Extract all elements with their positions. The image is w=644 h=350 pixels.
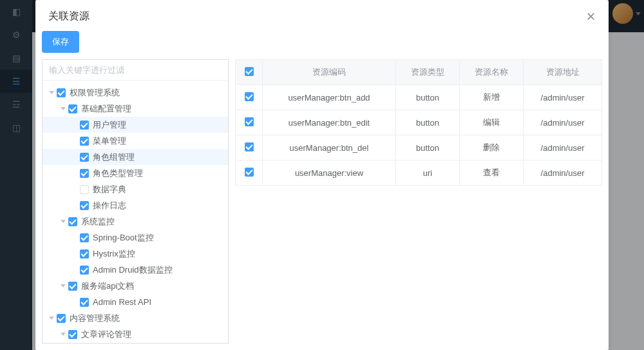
tree-node-label: Hystrix监控 — [93, 248, 135, 260]
row-checkbox[interactable] — [245, 168, 254, 177]
table-row: userManager:btn_addbutton新增/admin/user — [236, 85, 602, 110]
col-type: 资源类型 — [396, 60, 460, 85]
dialog-link-resource: 关联资源 ✕ 保存 权限管理系统基础配置管理用户管理菜单管理角色组管理角色类型管… — [35, 0, 609, 350]
cell-type: uri — [396, 160, 460, 186]
chevron-down-icon[interactable] — [61, 333, 66, 336]
row-checkbox[interactable] — [245, 142, 254, 151]
cell-name: 编辑 — [460, 110, 524, 135]
tree-node-label: 数据字典 — [93, 184, 126, 195]
tree-scroll[interactable]: 权限管理系统基础配置管理用户管理菜单管理角色组管理角色类型管理数据字典操作日志系… — [43, 81, 228, 343]
tree-node[interactable]: 系统监控 — [43, 213, 228, 229]
table-row: userManager:btn_delbutton删除/admin/user — [236, 135, 602, 160]
tree-node-label: 系统监控 — [81, 216, 115, 228]
table-row: userManager:btn_editbutton编辑/admin/user — [236, 110, 602, 135]
tree-node[interactable]: 文章评论管理 — [43, 326, 228, 342]
tree-node[interactable]: Spring-Boot监控 — [43, 229, 228, 246]
table-header-checkbox[interactable] — [245, 67, 254, 76]
tree-node[interactable]: Admin Rest API — [43, 294, 228, 310]
cell-name: 新增 — [460, 85, 524, 110]
row-checkbox[interactable] — [245, 117, 254, 126]
col-code: 资源编码 — [263, 60, 396, 85]
row-checkbox[interactable] — [245, 92, 254, 101]
tree-checkbox[interactable] — [68, 217, 77, 226]
tree-checkbox[interactable] — [80, 169, 89, 178]
cell-code: userManager:btn_del — [263, 135, 396, 160]
tree-checkbox[interactable] — [68, 104, 77, 113]
cell-url: /admin/user — [524, 135, 602, 160]
tree-node-label: 内容管理系统 — [70, 313, 120, 324]
tree-node-label: 基础配置管理 — [81, 103, 131, 115]
tree-node-label: 权限管理系统 — [70, 87, 120, 99]
tree-node[interactable]: Admin Druid数据监控 — [43, 262, 228, 278]
tree-checkbox[interactable] — [57, 314, 66, 323]
tree-node[interactable]: 服务端api文档 — [43, 278, 228, 294]
tree-node[interactable]: 内容管理系统 — [43, 310, 228, 326]
tree-filter-input[interactable] — [43, 60, 228, 81]
dialog-title: 关联资源 — [48, 10, 90, 23]
tree-checkbox[interactable] — [80, 153, 89, 162]
col-url: 资源地址 — [524, 60, 602, 85]
tree-node[interactable]: 文章管理 — [43, 342, 228, 343]
tree-node[interactable]: 基础配置管理 — [43, 101, 228, 117]
tree-node[interactable]: 权限管理系统 — [43, 84, 228, 101]
cell-code: userManager:view — [263, 160, 396, 186]
tree-checkbox[interactable] — [80, 185, 89, 194]
tree-checkbox[interactable] — [57, 88, 66, 97]
cell-url: /admin/user — [524, 160, 602, 186]
chevron-down-icon[interactable] — [61, 284, 66, 287]
tree-checkbox[interactable] — [80, 233, 89, 242]
save-button[interactable]: 保存 — [42, 31, 79, 53]
table-row: userManager:viewuri查看/admin/user — [236, 160, 602, 186]
cell-code: userManager:btn_add — [263, 85, 396, 110]
tree-checkbox[interactable] — [80, 249, 89, 258]
tree-checkbox[interactable] — [68, 282, 77, 291]
tree-checkbox[interactable] — [80, 266, 89, 275]
tree-node[interactable]: 菜单管理 — [43, 133, 228, 149]
tree-node-label: 角色组管理 — [93, 151, 135, 163]
cell-type: button — [396, 135, 460, 160]
tree-node-label: Admin Druid数据监控 — [93, 264, 173, 276]
cell-url: /admin/user — [524, 85, 602, 110]
tree-node[interactable]: 操作日志 — [43, 197, 228, 213]
tree-checkbox[interactable] — [68, 330, 77, 339]
close-icon[interactable]: ✕ — [586, 11, 596, 23]
tree-node-label: 角色类型管理 — [93, 168, 143, 179]
tree-checkbox[interactable] — [80, 201, 89, 210]
dialog-body: 保存 权限管理系统基础配置管理用户管理菜单管理角色组管理角色类型管理数据字典操作… — [35, 31, 609, 350]
tree-checkbox[interactable] — [80, 121, 89, 130]
col-name: 资源名称 — [460, 60, 524, 85]
dialog-header: 关联资源 ✕ — [35, 0, 609, 31]
chevron-down-icon[interactable] — [49, 316, 54, 320]
cell-code: userManager:btn_edit — [263, 110, 396, 135]
cell-name: 查看 — [460, 160, 524, 186]
tree-node[interactable]: 角色类型管理 — [43, 165, 228, 181]
tree-checkbox[interactable] — [80, 137, 89, 146]
chevron-down-icon[interactable] — [49, 91, 54, 94]
tree-node-label: 用户管理 — [93, 119, 126, 131]
cell-type: button — [396, 110, 460, 135]
tree-node-label: 菜单管理 — [93, 135, 126, 147]
tree-node[interactable]: 用户管理 — [43, 117, 228, 133]
resource-table: 资源编码 资源类型 资源名称 资源地址 userManager:btn_addb… — [235, 59, 602, 186]
chevron-down-icon[interactable] — [61, 220, 66, 223]
tree-node-label: 文章评论管理 — [81, 329, 131, 340]
cell-type: button — [396, 85, 460, 110]
tree-node[interactable]: 数据字典 — [43, 181, 228, 197]
tree-node[interactable]: Hystrix监控 — [43, 246, 228, 262]
tree-node-label: Spring-Boot监控 — [93, 232, 154, 244]
tree-node-label: 操作日志 — [93, 200, 126, 211]
tree-checkbox[interactable] — [80, 298, 89, 307]
cell-url: /admin/user — [524, 110, 602, 135]
cell-name: 删除 — [460, 135, 524, 160]
tree-panel: 权限管理系统基础配置管理用户管理菜单管理角色组管理角色类型管理数据字典操作日志系… — [42, 59, 229, 344]
chevron-down-icon[interactable] — [61, 107, 66, 110]
table-panel: 资源编码 资源类型 资源名称 资源地址 userManager:btn_addb… — [235, 59, 602, 344]
tree-node[interactable]: 角色组管理 — [43, 149, 228, 165]
tree-node-label: Admin Rest API — [93, 297, 151, 307]
tree-node-label: 服务端api文档 — [81, 280, 134, 292]
